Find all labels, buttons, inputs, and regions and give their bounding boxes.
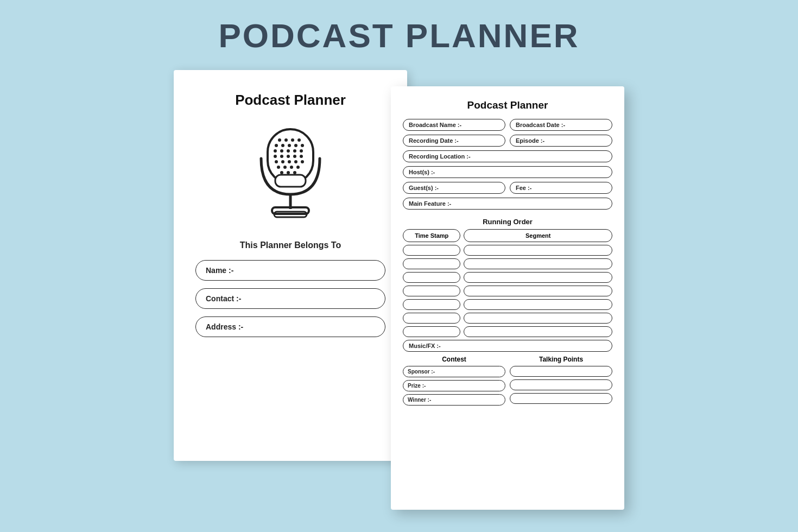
- winner-label: Winner :-: [408, 397, 431, 403]
- recording-location-label: Recording Location :-: [409, 153, 471, 160]
- episode-field[interactable]: Episode :-: [510, 135, 612, 147]
- music-fx-field[interactable]: Music/FX :-: [403, 340, 612, 352]
- svg-point-12: [287, 149, 290, 153]
- recording-location-field[interactable]: Recording Location :-: [403, 150, 612, 162]
- timestamp-cell-6[interactable]: [403, 313, 460, 324]
- running-order-row-7: [403, 326, 612, 337]
- segment-cell-4[interactable]: [464, 286, 612, 296]
- running-order-row-2: [403, 258, 612, 269]
- svg-point-10: [274, 149, 277, 153]
- sponsor-field[interactable]: Sponsor :-: [403, 366, 505, 377]
- svg-point-27: [290, 166, 293, 169]
- svg-point-23: [294, 160, 297, 163]
- talking-point-3[interactable]: [510, 393, 612, 404]
- winner-field[interactable]: Winner :-: [403, 394, 505, 406]
- timestamp-cell-4[interactable]: [403, 286, 460, 296]
- contact-label: Contact :-: [206, 294, 241, 303]
- pages-container: Podcast Planner: [46, 70, 752, 510]
- svg-rect-32: [275, 175, 306, 187]
- segment-cell-3[interactable]: [464, 272, 612, 283]
- running-order-row-5: [403, 299, 612, 310]
- fee-field[interactable]: Fee :-: [510, 182, 612, 194]
- svg-point-4: [297, 138, 301, 142]
- music-fx-label: Music/FX :-: [409, 343, 441, 349]
- svg-point-13: [293, 149, 296, 153]
- main-feature-field[interactable]: Main Feature :-: [403, 198, 612, 210]
- timestamp-cell-3[interactable]: [403, 272, 460, 283]
- guest-row: Guest(s) :- Fee :-: [403, 182, 612, 194]
- segment-header: Segment: [464, 229, 612, 242]
- svg-point-21: [281, 160, 284, 163]
- svg-point-19: [300, 155, 303, 158]
- segment-cell-5[interactable]: [464, 299, 612, 310]
- guest-label: Guest(s) :-: [409, 185, 439, 191]
- host-row: Host(s) :-: [403, 166, 612, 178]
- svg-point-16: [280, 155, 283, 158]
- running-order-row-4: [403, 286, 612, 296]
- segment-cell-1[interactable]: [464, 245, 612, 256]
- prize-field[interactable]: Prize :-: [403, 380, 505, 391]
- segment-cell-7[interactable]: [464, 326, 612, 337]
- svg-point-29: [280, 171, 283, 174]
- talking-points-column: Talking Points: [510, 356, 612, 408]
- running-order-header: Running Order: [403, 218, 612, 226]
- svg-point-20: [275, 160, 278, 163]
- sponsor-label: Sponsor :-: [408, 369, 435, 375]
- timestamp-header: Time Stamp: [403, 229, 460, 242]
- svg-point-7: [288, 144, 291, 147]
- svg-rect-34: [272, 207, 309, 214]
- svg-point-5: [275, 144, 278, 147]
- page-title: PODCAST PLANNER: [218, 16, 579, 55]
- timestamp-cell-1[interactable]: [403, 245, 460, 256]
- svg-point-25: [277, 166, 280, 169]
- svg-point-28: [296, 166, 300, 169]
- broadcast-name-field[interactable]: Broadcast Name :-: [403, 119, 505, 131]
- microphone-icon: [247, 125, 334, 225]
- svg-point-6: [281, 144, 284, 147]
- svg-point-26: [283, 166, 287, 169]
- svg-point-14: [300, 149, 303, 153]
- timestamp-cell-7[interactable]: [403, 326, 460, 337]
- host-field[interactable]: Host(s) :-: [403, 166, 612, 178]
- segment-cell-2[interactable]: [464, 258, 612, 269]
- music-fx-row: Music/FX :-: [403, 340, 612, 352]
- talking-point-1[interactable]: [510, 366, 612, 377]
- broadcast-date-field[interactable]: Broadcast Date :-: [510, 119, 612, 131]
- prize-label: Prize :-: [408, 383, 426, 389]
- name-field[interactable]: Name :-: [195, 260, 385, 281]
- running-order-row-6: [403, 313, 612, 324]
- running-order-col-headers: Time Stamp Segment: [403, 229, 612, 242]
- contest-column: Contest Sponsor :- Prize :- Winner :-: [403, 356, 505, 408]
- svg-point-9: [301, 144, 304, 147]
- running-order-row-1: [403, 245, 612, 256]
- contest-header: Contest: [403, 356, 505, 363]
- svg-point-1: [278, 138, 281, 142]
- guest-field[interactable]: Guest(s) :-: [403, 182, 505, 194]
- contact-field[interactable]: Contact :-: [195, 288, 385, 309]
- talking-point-2[interactable]: [510, 379, 612, 390]
- recording-date-row: Recording Date :- Episode :-: [403, 135, 612, 147]
- name-label: Name :-: [206, 266, 233, 275]
- broadcast-name-row: Broadcast Name :- Broadcast Date :-: [403, 119, 612, 131]
- belongs-to-label: This Planner Belongs To: [240, 240, 341, 250]
- segment-cell-6[interactable]: [464, 313, 612, 324]
- svg-point-11: [280, 149, 283, 153]
- host-label: Host(s) :-: [409, 169, 435, 175]
- svg-point-30: [287, 171, 290, 174]
- svg-point-24: [301, 160, 304, 163]
- svg-point-31: [293, 171, 296, 174]
- episode-label: Episode :-: [516, 137, 544, 144]
- timestamp-cell-2[interactable]: [403, 258, 460, 269]
- contest-talking-row: Contest Sponsor :- Prize :- Winner :- Ta…: [403, 356, 612, 408]
- svg-point-2: [284, 138, 288, 142]
- timestamp-cell-5[interactable]: [403, 299, 460, 310]
- address-field[interactable]: Address :-: [195, 316, 385, 337]
- inner-page: Podcast Planner Broadcast Name :- Broadc…: [391, 86, 624, 510]
- broadcast-date-label: Broadcast Date :-: [516, 122, 565, 128]
- talking-points-header: Talking Points: [510, 356, 612, 363]
- recording-date-field[interactable]: Recording Date :-: [403, 135, 505, 147]
- inner-page-title: Podcast Planner: [403, 99, 612, 111]
- svg-point-18: [293, 155, 296, 158]
- svg-point-3: [291, 138, 294, 142]
- cover-title: Podcast Planner: [235, 92, 346, 109]
